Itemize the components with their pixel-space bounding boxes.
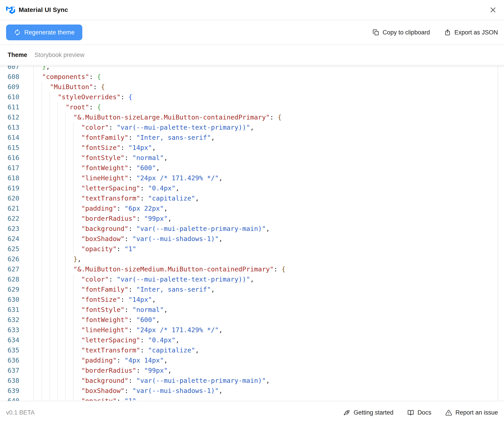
docs-link[interactable]: Docs <box>407 409 431 416</box>
indent-guide <box>42 315 42 325</box>
indent-guide <box>65 366 66 376</box>
indent-guide <box>49 376 50 386</box>
line-number: 629 <box>0 284 34 295</box>
tab-storybook-preview[interactable]: Storybook preview <box>34 51 84 58</box>
indent-guide <box>42 132 42 143</box>
close-button[interactable] <box>488 5 498 15</box>
page-title: Material UI Sync <box>19 6 68 13</box>
indent-guide <box>73 183 74 193</box>
version-label: v0.1 BETA <box>6 409 35 416</box>
theme-code-editor[interactable]: 607 },608 "components": {609 "MuiButton"… <box>0 66 504 401</box>
line-number: 611 <box>0 102 34 112</box>
code-line: 620 "textTransform": "capitalize", <box>0 193 504 203</box>
indent-guide <box>73 396 74 401</box>
indent-guide <box>49 143 50 153</box>
indent-guide <box>42 214 42 224</box>
indent-guide <box>42 305 42 315</box>
line-number: 622 <box>0 214 34 224</box>
plugin-footer: v0.1 BETA Getting started Docs <box>0 401 504 424</box>
code-line-content: "color": "var(--mui-palette-text-primary… <box>34 274 504 284</box>
indent-guide <box>49 173 50 183</box>
indent-guide <box>65 335 66 345</box>
line-number: 615 <box>0 143 34 153</box>
indent-guide <box>57 315 58 325</box>
indent-guide <box>57 112 58 122</box>
scrollbar-track[interactable] <box>498 66 498 401</box>
code-line-content: "&.MuiButton-sizeLarge.MuiButton-contain… <box>34 112 504 122</box>
code-line-content: }, <box>34 254 504 264</box>
line-number: 630 <box>0 295 34 305</box>
line-number: 637 <box>0 366 34 376</box>
export-as-json-button[interactable]: Export as JSON <box>444 29 498 36</box>
indent-guide <box>49 163 50 173</box>
indent-guide <box>49 295 50 305</box>
indent-guide <box>57 345 58 355</box>
indent-guide <box>42 82 42 92</box>
indent-guide <box>42 92 42 102</box>
code-editor: 607 },608 "components": {609 "MuiButton"… <box>0 66 504 401</box>
toolbar-actions: Copy to clipboard Export as JSON <box>372 29 498 36</box>
code-line-content: "padding": "4px 14px", <box>34 355 504 366</box>
code-line-content: "fontWeight": "600", <box>34 315 504 325</box>
indent-guide <box>42 234 42 244</box>
indent-guide <box>73 284 74 295</box>
indent-guide <box>73 122 74 132</box>
code-line-content: "fontSize": "14px", <box>34 143 504 153</box>
indent-guide <box>73 163 74 173</box>
code-line-content: "opacity": "1" <box>34 396 504 401</box>
indent-guide <box>65 132 66 143</box>
indent-guide <box>65 274 66 284</box>
indent-guide <box>65 193 66 203</box>
indent-guide <box>73 355 74 366</box>
line-number: 632 <box>0 315 34 325</box>
code-line: 634 "letterSpacing": "0.4px", <box>0 335 504 345</box>
indent-guide <box>65 234 66 244</box>
export-icon <box>444 29 451 36</box>
code-line: 640 "opacity": "1" <box>0 396 504 401</box>
code-line-content: "textTransform": "capitalize", <box>34 345 504 355</box>
tab-theme[interactable]: Theme <box>8 51 27 58</box>
code-line: 609 "MuiButton": { <box>0 82 504 92</box>
code-line: 615 "fontSize": "14px", <box>0 143 504 153</box>
indent-guide <box>49 386 50 396</box>
code-line: 628 "color": "var(--mui-palette-text-pri… <box>0 274 504 284</box>
report-an-issue-link[interactable]: Report an issue <box>445 409 498 416</box>
line-number: 614 <box>0 132 34 143</box>
code-line: 636 "padding": "4px 14px", <box>0 355 504 366</box>
indent-guide <box>57 254 58 264</box>
code-line-content: "&.MuiButton-sizeMedium.MuiButton-contai… <box>34 264 504 274</box>
indent-guide <box>42 325 42 335</box>
line-number: 612 <box>0 112 34 122</box>
code-line-content: "borderRadius": "99px", <box>34 214 504 224</box>
copy-to-clipboard-button[interactable]: Copy to clipboard <box>372 29 430 36</box>
line-number: 621 <box>0 203 34 214</box>
code-line: 613 "color": "var(--mui-palette-text-pri… <box>0 122 504 132</box>
indent-guide <box>73 274 74 284</box>
regenerate-theme-button[interactable]: Regenerate theme <box>6 25 82 40</box>
indent-guide <box>73 315 74 325</box>
indent-guide <box>49 203 50 214</box>
indent-guide <box>49 254 50 264</box>
indent-guide <box>42 143 42 153</box>
code-line: 614 "fontFamily": "Inter, sans-serif", <box>0 132 504 143</box>
indent-guide <box>73 193 74 203</box>
indent-guide <box>57 355 58 366</box>
getting-started-link[interactable]: Getting started <box>344 409 393 416</box>
line-number: 607 <box>0 66 34 72</box>
line-number: 618 <box>0 173 34 183</box>
indent-guide <box>65 264 66 274</box>
indent-guide <box>57 203 58 214</box>
line-number: 610 <box>0 92 34 102</box>
indent-guide <box>42 355 42 366</box>
indent-guide <box>57 122 58 132</box>
line-number: 635 <box>0 345 34 355</box>
indent-guide <box>73 234 74 244</box>
indent-guide <box>42 193 42 203</box>
indent-guide <box>57 396 58 401</box>
indent-guide <box>57 335 58 345</box>
code-line: 635 "textTransform": "capitalize", <box>0 345 504 355</box>
code-line-content: "opacity": "1" <box>34 244 504 254</box>
docs-label: Docs <box>418 409 431 416</box>
footer-links: Getting started Docs Report an issue <box>344 409 498 416</box>
indent-guide <box>57 224 58 234</box>
